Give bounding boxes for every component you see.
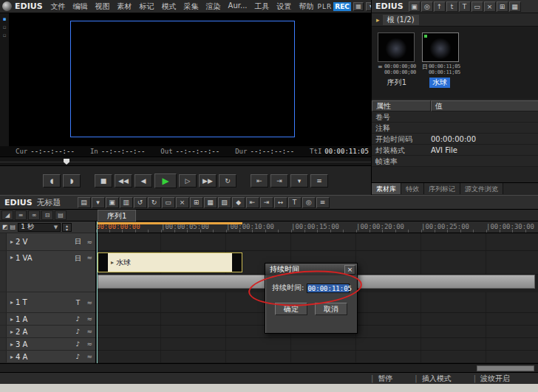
extend-mode-icon[interactable]: ∞	[28, 210, 40, 220]
screenshot-icon[interactable]: ▭	[162, 197, 175, 208]
monitor-option-icon[interactable]: ▫	[3, 24, 7, 32]
track-header[interactable]: ▸ 1 A ♪ ≈	[0, 313, 95, 326]
menu-view[interactable]: 视图	[92, 1, 114, 12]
playhead[interactable]	[97, 221, 98, 363]
dock-icon[interactable]: ⊟	[41, 210, 53, 220]
expander-icon[interactable]: ▸	[8, 329, 16, 335]
shuttle-left-button[interactable]: ◖	[43, 174, 61, 188]
cancel-button[interactable]: 取消	[315, 303, 347, 315]
sync-lock-icon[interactable]: ≈	[86, 353, 92, 360]
expander-icon[interactable]: ▸	[8, 254, 16, 261]
tab-source-browser[interactable]: 源文件浏览	[460, 183, 503, 194]
search-icon[interactable]: ◎	[421, 1, 433, 12]
menu-help[interactable]: 帮助	[296, 1, 318, 12]
bin-folder-path[interactable]: ▸ 根 (1/2)	[372, 13, 538, 27]
menu-file[interactable]: 文件	[47, 1, 69, 12]
sync-lock-icon[interactable]: ≈	[86, 299, 92, 306]
tab-effects[interactable]: 特效	[401, 183, 424, 194]
track-height-icon[interactable]: ◩	[2, 224, 8, 230]
menu-aur[interactable]: Aur...	[225, 1, 251, 12]
expander-icon[interactable]: ▸	[8, 316, 16, 323]
bin-clip-sequence[interactable]: ≡ 00:00:00;00 00:00:00;00 序列1	[378, 32, 416, 88]
bin-clip-waterball[interactable]: 日 00:00:11;05 00:00:11;05 水球	[422, 32, 460, 88]
timeline-scale-select[interactable]: 1 秒 ▼	[18, 223, 61, 232]
set-in-icon[interactable]: ⇤	[246, 197, 259, 208]
properties-col-value[interactable]: 值	[431, 100, 538, 111]
timeline-clip[interactable]: ▸ 水球	[98, 252, 242, 272]
copy-icon[interactable]: ⊞	[190, 197, 203, 208]
layout-preset-icon[interactable]: ▦	[353, 2, 364, 11]
cut-icon[interactable]: ×	[176, 197, 189, 208]
monitor-option-icon[interactable]: ▫	[3, 32, 7, 40]
track-header[interactable]: ▸ 1 T T ≈	[0, 292, 95, 313]
track-header[interactable]: ▸ 2 V 日 ≈	[0, 233, 95, 251]
layout-icon[interactable]: ▤	[55, 210, 67, 220]
monitor-mode-icon[interactable]: ▪	[3, 16, 7, 24]
undo-icon[interactable]: ↺	[134, 197, 147, 208]
sync-lock-icon[interactable]: ≈	[86, 254, 92, 261]
clip-name[interactable]: 序列1	[378, 78, 416, 88]
property-row[interactable]: 封装格式 AVI File	[372, 145, 538, 156]
previous-frame-button[interactable]: ◀	[134, 174, 152, 188]
track-header[interactable]: ▸ 1 VA 日 ≈	[0, 251, 95, 292]
track-lane-3a[interactable]	[96, 338, 538, 351]
create-title-icon[interactable]: T	[459, 1, 471, 12]
new-sequence-menu-icon[interactable]: ▾	[92, 197, 105, 208]
view-mode-icon[interactable]: ▦	[509, 1, 521, 12]
add-transition-icon[interactable]: ◆	[232, 197, 245, 208]
stop-button[interactable]: ■	[95, 174, 112, 188]
layout-icon[interactable]: ▤	[10, 224, 16, 230]
menu-mode[interactable]: 模式	[158, 1, 180, 12]
timeline-menu-icon[interactable]: ≡	[316, 197, 330, 208]
sync-lock-icon[interactable]: ≈	[86, 315, 92, 323]
menu-edit[interactable]: 编辑	[69, 1, 92, 12]
menu-tools[interactable]: 工具	[251, 1, 273, 12]
list-icon[interactable]: ≡	[15, 210, 27, 220]
bin-root-folder[interactable]: 根 (1/2)	[383, 15, 419, 25]
position-bar[interactable]	[0, 157, 371, 165]
video-mute-icon[interactable]: 日	[72, 237, 83, 247]
save-project-icon[interactable]: ▥	[120, 197, 133, 208]
clip-thumbnail[interactable]	[422, 32, 459, 62]
loop-button[interactable]: ↻	[219, 174, 236, 188]
paste-icon[interactable]: ▦	[204, 197, 217, 208]
ok-button[interactable]: 确定	[275, 303, 307, 315]
folder-up-icon[interactable]: ↑	[434, 1, 446, 12]
expander-icon[interactable]: ▸	[8, 238, 16, 245]
dialog-titlebar[interactable]: 持续时间 ×	[265, 264, 357, 275]
sync-lock-icon[interactable]: ≈	[86, 340, 92, 348]
open-project-icon[interactable]: ▣	[106, 197, 119, 208]
track-lane-2v[interactable]	[96, 233, 538, 251]
add-marker-button[interactable]: ▾	[290, 174, 308, 188]
ripple-delete-icon[interactable]: ▧	[218, 197, 231, 208]
copy-icon[interactable]: ⊞	[497, 1, 508, 12]
tab-sequence-marker[interactable]: 序列标记	[424, 183, 460, 194]
new-folder-icon[interactable]: ▣	[409, 1, 420, 12]
next-frame-button[interactable]: ▷	[179, 174, 197, 188]
scrollbar-thumb[interactable]	[477, 365, 534, 371]
timeline-titlebar[interactable]: EDIUS 无标题 ▤▾▣▥↺↻▭×⊞▦▧◆⇤⇥↔T◎≡	[0, 195, 538, 210]
menu-clip[interactable]: 素材	[114, 1, 136, 12]
shuttle-right-button[interactable]: ◗	[63, 174, 81, 188]
audio-mute-icon[interactable]: ♪	[72, 340, 83, 348]
tab-bin[interactable]: 素材库	[372, 183, 401, 194]
set-out-icon[interactable]: ⇥	[260, 197, 273, 208]
snap-icon[interactable]: ◢	[1, 210, 13, 220]
fast-forward-button[interactable]: ▶▶	[199, 174, 217, 188]
timeline-horizontal-scrollbar[interactable]	[0, 363, 538, 372]
menu-settings[interactable]: 设置	[273, 1, 296, 12]
set-in-button[interactable]: ⇤	[251, 174, 268, 188]
track-header[interactable]: ▸ 4 A ♪ ≈	[0, 351, 95, 363]
track-lane-4a[interactable]	[96, 351, 538, 363]
audio-mute-icon[interactable]: ♪	[72, 315, 83, 323]
track-header[interactable]: ▸ 2 A ♪ ≈	[0, 326, 95, 338]
trim-mode-icon[interactable]: ↔	[274, 197, 287, 208]
redo-icon[interactable]: ↻	[148, 197, 161, 208]
cut-icon[interactable]: ×	[484, 1, 496, 12]
menu-render[interactable]: 渲染	[202, 1, 225, 12]
play-button[interactable]: ▶	[154, 173, 177, 188]
export-button[interactable]: ≡	[310, 174, 328, 188]
expander-icon[interactable]: ▸	[8, 354, 16, 360]
property-row[interactable]: 卷号	[372, 111, 538, 123]
timeline-scale-stepper[interactable]: ▴ ▾	[62, 223, 72, 232]
